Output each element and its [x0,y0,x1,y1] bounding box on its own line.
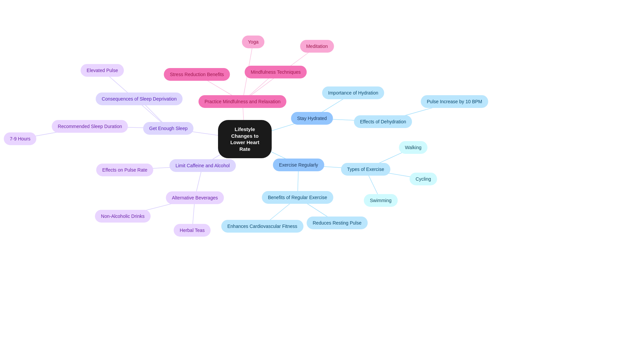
node-stress_reduction[interactable]: Stress Reduction Benefits [164,68,230,81]
node-consequences_sleep[interactable]: Consequences of Sleep Deprivation [96,93,182,105]
node-effects_dehydration[interactable]: Effects of Dehydration [354,115,412,128]
node-walking[interactable]: Walking [399,141,427,154]
node-enhances_cardio[interactable]: Enhances Cardiovascular Fitness [221,220,304,233]
node-meditation[interactable]: Meditation [300,40,334,53]
node-pulse_increase[interactable]: Pulse Increase by 10 BPM [421,95,488,108]
node-mindfulness_techniques[interactable]: Mindfulness Techniques [245,66,307,78]
node-benefits_exercise[interactable]: Benefits of Regular Exercise [262,191,333,204]
node-reduces_pulse[interactable]: Reduces Resting Pulse [307,217,368,229]
node-limit_caffeine[interactable]: Limit Caffeine and Alcohol [169,159,236,172]
node-exercise_regularly[interactable]: Exercise Regularly [273,159,324,171]
node-non_alcoholic[interactable]: Non-Alcoholic Drinks [95,210,151,223]
node-elevated_pulse[interactable]: Elevated Pulse [80,64,124,77]
node-cycling[interactable]: Cycling [410,173,437,185]
node-yoga[interactable]: Yoga [242,36,264,48]
node-effects_pulse[interactable]: Effects on Pulse Rate [96,164,153,176]
node-practice_mindfulness[interactable]: Practice Mindfulness and Relaxation [199,95,286,108]
mind-map: Lifestyle Changes to Lower Heart RateYog… [0,0,644,363]
node-get_enough_sleep[interactable]: Get Enough Sleep [143,122,194,135]
node-stay_hydrated[interactable]: Stay Hydrated [291,112,333,125]
node-center[interactable]: Lifestyle Changes to Lower Heart Rate [218,120,272,158]
node-swimming[interactable]: Swimming [364,194,398,207]
node-importance_hydration[interactable]: Importance of Hydration [322,86,384,99]
node-types_exercise[interactable]: Types of Exercise [341,163,390,176]
node-seven_nine_hours[interactable]: 7-9 Hours [4,132,36,145]
node-herbal_teas[interactable]: Herbal Teas [174,224,211,237]
node-recommended_sleep[interactable]: Recommended Sleep Duration [52,120,128,133]
node-alternative_beverages[interactable]: Alternative Beverages [166,191,224,204]
connections-svg [0,0,644,363]
